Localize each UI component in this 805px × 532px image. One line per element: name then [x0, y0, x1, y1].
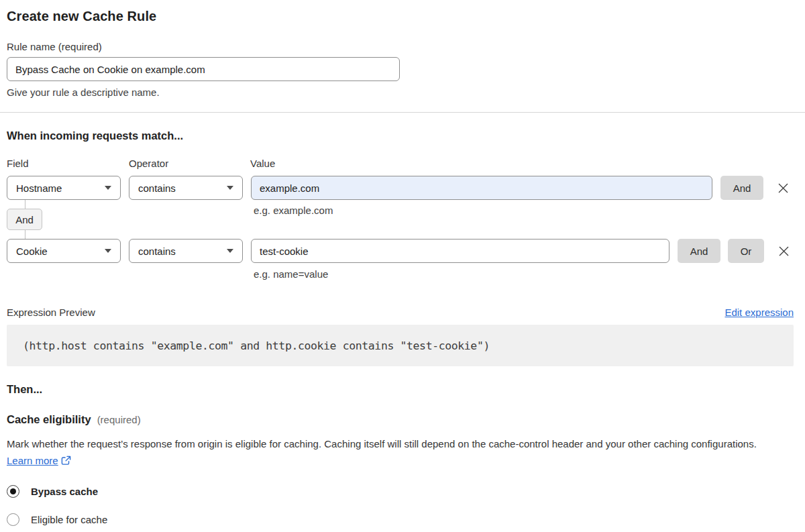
expression-code: (http.host contains "example.com" and ht…: [23, 339, 490, 352]
description-text: Mark whether the request’s response from…: [7, 438, 757, 449]
value-helper-2: e.g. name=value: [254, 268, 328, 280]
field-select-1-value: Hostname: [16, 182, 62, 194]
rule-name-helper: Give your rule a descriptive name.: [7, 86, 794, 99]
rule-name-label: Rule name (required): [7, 40, 794, 53]
cache-eligibility-description: Mark whether the request’s response from…: [7, 435, 785, 469]
radio-option-bypass-cache[interactable]: Bypass cache: [7, 485, 794, 498]
operator-select-1[interactable]: contains: [129, 176, 243, 200]
radio-label: Eligible for cache: [31, 514, 107, 525]
expression-preview-label: Expression Preview: [7, 306, 95, 319]
close-icon: [777, 182, 789, 194]
rule-name-input[interactable]: [7, 57, 400, 81]
field-select-2-value: Cookie: [16, 246, 48, 257]
operator-column-label: Operator: [129, 157, 243, 170]
condition-connector-button[interactable]: And: [7, 209, 42, 230]
operator-select-2-value: contains: [138, 246, 176, 257]
operator-select-1-value: contains: [138, 182, 176, 194]
add-or-condition-button-2[interactable]: Or: [728, 239, 764, 263]
remove-condition-button-1[interactable]: [777, 182, 789, 194]
condition-row-2: Cookie contains And Or: [7, 239, 794, 263]
value-input-2[interactable]: [251, 239, 669, 263]
expression-preview-header: Expression Preview Edit expression: [7, 306, 794, 319]
cache-eligibility-title: Cache eligibility: [7, 413, 91, 426]
value-helper-2-area: e.g. name=value: [7, 263, 794, 280]
learn-more-link[interactable]: Learn more: [7, 455, 58, 466]
connector-line: [25, 230, 25, 239]
field-column-label: Field: [7, 157, 121, 170]
condition-connector-area: And e.g. example.com: [7, 200, 794, 239]
chevron-down-icon: [105, 186, 111, 190]
radio-selected-icon[interactable]: [7, 485, 19, 498]
field-select-1[interactable]: Hostname: [7, 176, 121, 200]
condition-row-1: Hostname contains And: [7, 176, 794, 200]
expression-preview-code-block: (http.host contains "example.com" and ht…: [7, 325, 794, 366]
radio-unselected-icon[interactable]: [7, 513, 19, 526]
operator-select-2[interactable]: contains: [129, 239, 243, 263]
radio-option-eligible-for-cache[interactable]: Eligible for cache: [7, 513, 794, 526]
value-input-1[interactable]: [251, 176, 712, 200]
remove-condition-button-2[interactable]: [777, 245, 790, 257]
value-column-label: Value: [250, 157, 275, 170]
add-and-condition-button-2[interactable]: And: [678, 239, 720, 263]
create-cache-rule-form: Create new Cache Rule Rule name (require…: [0, 0, 805, 526]
then-heading: Then...: [7, 382, 794, 396]
required-badge: (required): [97, 414, 141, 425]
chevron-down-icon: [227, 249, 233, 253]
add-and-condition-button-1[interactable]: And: [720, 176, 763, 200]
chevron-down-icon: [227, 186, 233, 190]
edit-expression-link[interactable]: Edit expression: [724, 307, 794, 318]
external-link-icon: [61, 456, 71, 466]
page-title: Create new Cache Rule: [7, 7, 794, 26]
matcher-column-labels: Field Operator Value: [7, 157, 794, 170]
chevron-down-icon: [105, 249, 111, 253]
match-section-heading: When incoming requests match...: [7, 129, 794, 142]
radio-label: Bypass cache: [31, 486, 98, 497]
connector-line: [25, 200, 25, 209]
cache-eligibility-header: Cache eligibility (required): [7, 413, 794, 426]
close-icon: [778, 246, 790, 257]
field-select-2[interactable]: Cookie: [7, 239, 121, 263]
section-divider: [0, 112, 805, 113]
value-helper-1: e.g. example.com: [254, 204, 333, 217]
